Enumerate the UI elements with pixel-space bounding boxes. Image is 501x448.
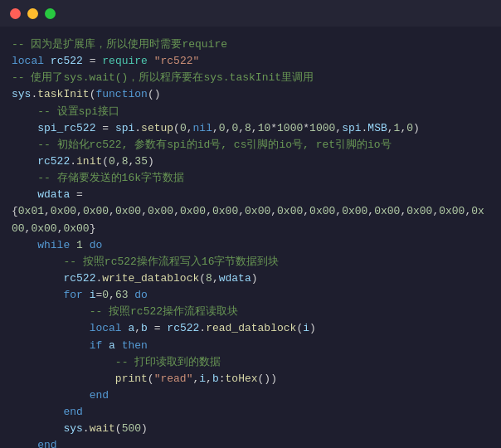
code-line-18: local a,b = rc522.read_datablock(i) — [12, 320, 489, 337]
code-line-10: wdata = — [12, 187, 489, 203]
code-line-7: -- 初始化rc522, 参数有spi的id号, cs引脚的io号, ret引脚… — [12, 137, 489, 153]
code-line-6: spi_rc522 = spi.setup(0,nil,0,0,8,10*100… — [12, 120, 489, 137]
code-line-11: {0x01,0x00,0x00,0x00,0x00,0x00,0x00,0x00… — [12, 203, 489, 220]
code-line-12: 00,0x00,0x00} — [12, 221, 489, 237]
code-editor-window: -- 因为是扩展库，所以使用时需要require local rc522 = r… — [0, 0, 501, 448]
code-line-24: sys.wait(500) — [12, 421, 489, 437]
titlebar — [0, 0, 501, 27]
code-line-4: sys.taskInit(function() — [12, 86, 489, 103]
code-line-17: -- 按照rc522操作流程读取块 — [12, 304, 489, 320]
code-line-23: end — [12, 404, 489, 421]
code-line-16: for i=0,63 do — [12, 287, 489, 304]
code-area[interactable]: -- 因为是扩展库，所以使用时需要require local rc522 = r… — [0, 27, 501, 448]
code-line-8: rc522.init(0,8,35) — [12, 153, 489, 170]
code-line-22: end — [12, 387, 489, 404]
code-line-3: -- 使用了sys.wait()，所以程序要在sys.taskInit里调用 — [12, 70, 489, 86]
code-line-20: -- 打印读取到的数据 — [12, 354, 489, 371]
code-line-1: -- 因为是扩展库，所以使用时需要require — [12, 37, 489, 53]
maximize-button[interactable] — [45, 8, 56, 19]
code-line-9: -- 存储要发送的16k字节数据 — [12, 170, 489, 187]
close-button[interactable] — [10, 8, 21, 19]
code-line-5: -- 设置spi接口 — [12, 104, 489, 120]
minimize-button[interactable] — [27, 8, 38, 19]
code-line-15: rc522.write_datablock(8,wdata) — [12, 270, 489, 287]
code-line-19: if a then — [12, 338, 489, 354]
code-line-2: local rc522 = require "rc522" — [12, 53, 489, 70]
code-line-21: print("read",i,b:toHex()) — [12, 371, 489, 387]
code-line-14: -- 按照rc522操作流程写入16字节数据到块 — [12, 254, 489, 270]
code-line-13: while 1 do — [12, 237, 489, 254]
code-line-25: end — [12, 437, 489, 448]
